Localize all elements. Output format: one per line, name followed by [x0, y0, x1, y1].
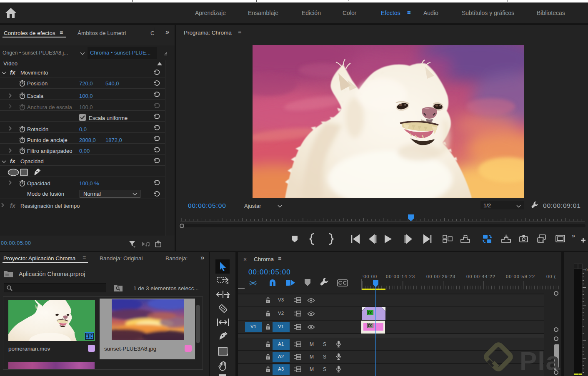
svg-text:Pla: Pla [520, 346, 561, 375]
svg-text:»: » [572, 232, 575, 239]
